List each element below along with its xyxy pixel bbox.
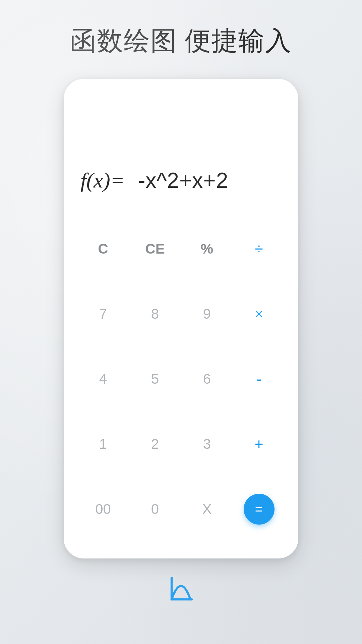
- equals-cell: =: [233, 477, 285, 542]
- multiply-button[interactable]: ×: [233, 281, 285, 346]
- digit-5-button[interactable]: 5: [129, 346, 181, 412]
- digit-4-button[interactable]: 4: [77, 346, 129, 412]
- digit-8-button[interactable]: 8: [129, 281, 181, 346]
- digit-7-button[interactable]: 7: [77, 281, 129, 346]
- digit-00-button[interactable]: 00: [77, 477, 129, 542]
- equals-button[interactable]: =: [244, 494, 275, 525]
- clear-entry-button[interactable]: CE: [129, 216, 181, 281]
- plus-button[interactable]: +: [233, 412, 285, 477]
- digit-9-button[interactable]: 9: [181, 281, 233, 346]
- percent-button[interactable]: %: [181, 216, 233, 281]
- divide-button[interactable]: ÷: [233, 216, 285, 281]
- digit-0-button[interactable]: 0: [129, 477, 181, 542]
- digit-6-button[interactable]: 6: [181, 346, 233, 412]
- graph-icon[interactable]: [168, 575, 194, 603]
- fx-expression: -x^2+x+2: [138, 168, 228, 193]
- variable-x-button[interactable]: X: [181, 477, 233, 542]
- digit-1-button[interactable]: 1: [77, 412, 129, 477]
- fx-prefix: f(x)=: [80, 168, 125, 193]
- page-title: 函数绘图 便捷输入: [70, 23, 292, 59]
- expression-display: f(x)= -x^2+x+2: [77, 92, 285, 216]
- digit-3-button[interactable]: 3: [181, 412, 233, 477]
- clear-button[interactable]: C: [77, 216, 129, 281]
- minus-button[interactable]: -: [233, 346, 285, 412]
- digit-2-button[interactable]: 2: [129, 412, 181, 477]
- keypad: C CE % ÷ 7 8 9 × 4 5 6 - 1 2 3 + 00 0 X …: [77, 216, 285, 542]
- calculator-panel: f(x)= -x^2+x+2 C CE % ÷ 7 8 9 × 4 5 6 - …: [64, 79, 298, 558]
